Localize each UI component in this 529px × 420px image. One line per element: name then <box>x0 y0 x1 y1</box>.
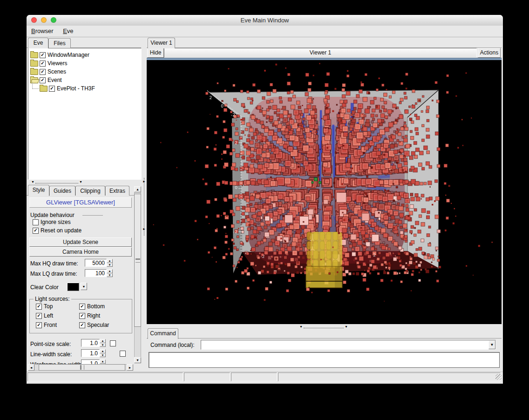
max-hq-entry[interactable]: 5000 <box>85 259 107 267</box>
tab-guides[interactable]: Guides <box>49 186 75 196</box>
tree-item-scenes[interactable]: ✓ Scenes <box>30 68 66 76</box>
style-vscrollbar-down[interactable]: ▼ <box>134 357 141 363</box>
point-size-entry[interactable]: 1.0 <box>81 339 100 347</box>
light-front-checkbox[interactable]: ✓ <box>36 322 42 328</box>
spin-up-icon[interactable]: ▲ <box>100 339 106 343</box>
main-vsplitter[interactable]: ► ► <box>142 38 146 371</box>
viewer-title-bar[interactable]: Viewer 1 <box>164 48 477 58</box>
ignore-sizes-row[interactable]: ✓ Ignore sizes <box>33 219 71 225</box>
menu-browser[interactable]: Browser <box>27 26 57 34</box>
point-size-checkbox[interactable]: ✓ <box>110 340 116 346</box>
point-size-spinner[interactable]: ▲ ▼ <box>100 339 106 347</box>
max-hq-spinner[interactable]: ▲ ▼ <box>107 259 113 267</box>
tree-item-label: Scenes <box>47 68 66 75</box>
tab-style[interactable]: Style <box>28 185 49 196</box>
line-width-checkbox[interactable]: ✓ <box>120 351 126 357</box>
ignore-sizes-checkbox[interactable]: ✓ <box>33 219 39 225</box>
zoom-button[interactable] <box>51 17 56 23</box>
tab-extras[interactable]: Extras <box>105 186 129 196</box>
arrow-left-icon: ◄ <box>30 366 33 369</box>
style-hscrollbar-thumb[interactable] <box>39 364 125 371</box>
light-specular-row[interactable]: ✓ Specular <box>79 322 109 328</box>
check-icon: ✓ <box>80 323 84 327</box>
line-width-spinner[interactable]: ▲ ▼ <box>100 349 106 357</box>
tab-clipping[interactable]: Clipping <box>75 186 105 196</box>
caret-down-icon: ▼ <box>345 325 348 329</box>
tab-command[interactable]: Command <box>148 328 178 339</box>
light-bottom-row[interactable]: ✓ Bottom <box>79 303 105 310</box>
style-vscrollbar-thumb[interactable] <box>134 194 141 327</box>
light-top-row[interactable]: ✓ Top <box>36 303 53 310</box>
tree-item-viewers[interactable]: ✓ Viewers <box>30 59 67 68</box>
command-input[interactable] <box>201 340 496 350</box>
spin-up-icon[interactable]: ▲ <box>100 359 106 364</box>
tab-eve[interactable]: Eve <box>28 38 48 48</box>
glviewer-header[interactable]: GLViewer [TGLSAViewer] <box>29 197 132 208</box>
spin-up-icon[interactable]: ▲ <box>100 349 106 353</box>
light-sources-group: Light sources: ✓ Top ✓ Bottom ✓ Left ✓ R… <box>29 299 132 333</box>
light-sources-title: Light sources: <box>34 296 71 302</box>
light-specular-checkbox[interactable]: ✓ <box>79 322 85 328</box>
clear-color-dropdown[interactable]: ▼ <box>81 283 87 290</box>
tree-checkbox[interactable]: ✓ <box>49 86 55 92</box>
light-bottom-checkbox[interactable]: ✓ <box>79 304 85 310</box>
max-lq-entry[interactable]: 100 <box>85 269 107 277</box>
spin-down-icon[interactable]: ▼ <box>107 273 113 278</box>
spin-up-icon[interactable]: ▲ <box>107 269 113 273</box>
light-front-row[interactable]: ✓ Front <box>36 322 57 328</box>
tree-item-label: EvePlot - TH3F <box>57 85 95 92</box>
command-dropdown-button[interactable]: ▼ <box>488 340 495 349</box>
light-top-checkbox[interactable]: ✓ <box>36 304 42 310</box>
gl-viewport[interactable] <box>147 58 502 324</box>
tree-checkbox[interactable]: ✓ <box>40 52 46 58</box>
tree-checkbox[interactable]: ✓ <box>40 77 46 83</box>
spin-down-icon[interactable]: ▼ <box>100 343 106 347</box>
light-left-row[interactable]: ✓ Left <box>36 312 53 319</box>
reset-on-update-row[interactable]: ✓ Reset on update <box>33 227 81 234</box>
tree-item-eveplot[interactable]: ✓ EvePlot - TH3F <box>30 84 95 93</box>
menu-eve[interactable]: Eve <box>59 26 77 34</box>
tree-item-windowmanager[interactable]: ✓ WindowManager <box>30 51 89 59</box>
camera-home-button[interactable]: Camera Home <box>29 247 132 257</box>
combo-arrow-icon: ▼ <box>490 343 494 347</box>
light-left-checkbox[interactable]: ✓ <box>36 313 42 319</box>
status-cell-1 <box>27 373 183 381</box>
update-behaviour-label: Update behaviour <box>30 212 75 218</box>
spin-down-icon[interactable]: ▼ <box>100 353 106 358</box>
max-lq-spinner[interactable]: ▲ ▼ <box>107 269 113 277</box>
line-width-label: Line-width scale: <box>30 351 72 358</box>
check-icon: ✓ <box>80 313 84 318</box>
caret-down-icon: ▼ <box>31 180 34 184</box>
actions-button[interactable]: Actions <box>478 48 501 58</box>
hide-button[interactable]: Hide <box>147 48 164 58</box>
light-right-checkbox[interactable]: ✓ <box>79 313 85 319</box>
caret-down-icon: ▼ <box>299 325 303 329</box>
light-right-row[interactable]: ✓ Right <box>79 312 100 319</box>
spin-up-icon[interactable]: ▲ <box>107 259 113 263</box>
command-output[interactable] <box>149 352 500 368</box>
resize-grip[interactable] <box>495 374 502 380</box>
tab-files[interactable]: Files <box>48 38 71 48</box>
command-hsplitter[interactable]: ▼ ▼ <box>299 325 348 329</box>
sidebar-hsplitter[interactable]: ▼ ▼ <box>31 180 82 184</box>
close-button[interactable] <box>31 17 37 23</box>
check-icon: ✓ <box>41 69 44 74</box>
check-icon: ✓ <box>80 304 84 309</box>
window-title: Eve Main Window <box>27 15 503 26</box>
tab-viewer-1[interactable]: Viewer 1 <box>148 38 175 48</box>
clear-color-swatch[interactable] <box>67 283 79 291</box>
style-vscrollbar-up[interactable]: ▲ <box>134 186 141 192</box>
titlebar[interactable]: Eve Main Window <box>27 15 503 26</box>
style-hscrollbar-left[interactable]: ◄ <box>28 364 34 371</box>
caret-down-icon: ▼ <box>79 180 82 184</box>
line-width-entry[interactable]: 1.0 <box>81 349 100 357</box>
tree-checkbox[interactable]: ✓ <box>40 69 46 75</box>
style-hscrollbar-right[interactable]: ► <box>127 364 133 371</box>
status-cell-2 <box>184 373 230 381</box>
arrow-up-icon: ▲ <box>136 188 139 191</box>
reset-on-update-checkbox[interactable]: ✓ <box>33 228 39 234</box>
update-scene-button[interactable]: Update Scene <box>29 237 132 247</box>
minimize-button[interactable] <box>41 17 47 23</box>
tree-checkbox[interactable]: ✓ <box>40 61 46 67</box>
spin-down-icon[interactable]: ▼ <box>107 263 113 267</box>
